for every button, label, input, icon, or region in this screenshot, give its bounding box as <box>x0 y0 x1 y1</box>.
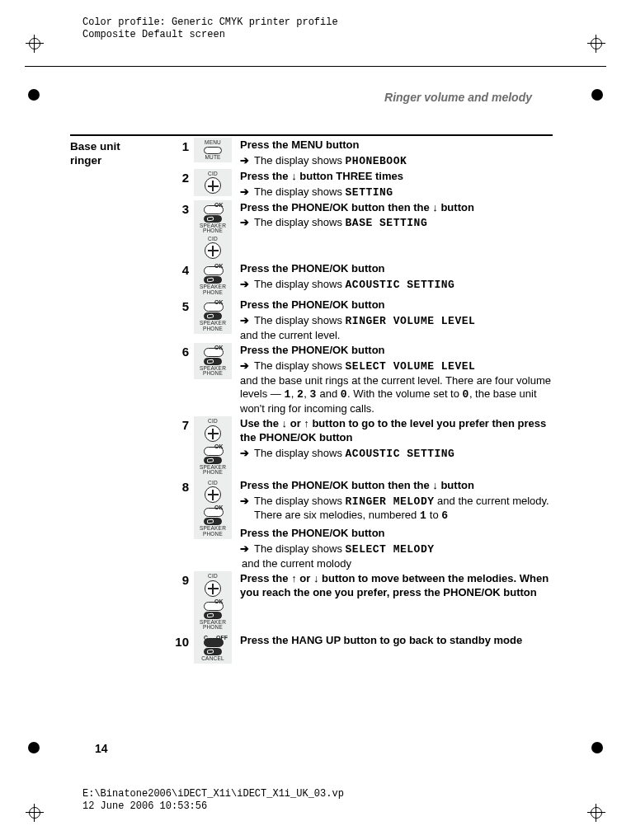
nav-plus-icon: CID <box>199 574 227 597</box>
step-result: ➔ The display shows RINGER MELODY and th… <box>240 495 553 524</box>
step-instruction: Press the PHONE/OK button <box>240 262 553 276</box>
step-icons: OK SPEAKER PHONE <box>194 298 232 334</box>
manual-content: Base unitringer 1 MENU MUTE Press the ME… <box>70 134 553 664</box>
arrow-icon: ➔ <box>240 447 249 462</box>
step-row: 2 CID Press the ↓ button THREE times ➔ T… <box>70 169 553 200</box>
step-number: 4 <box>161 261 194 277</box>
step-instruction: Press the PHONE/OK button then the ↓ but… <box>240 201 553 215</box>
arrow-icon: ➔ <box>240 542 249 557</box>
step-icons: CID OK SPEAKER PHONE <box>194 478 232 540</box>
step-result: ➔ The display shows ACOUSTIC SETTING <box>240 278 553 293</box>
phone-ok-button-icon: OK SPEAKER PHONE <box>199 345 227 377</box>
section-title <box>70 478 161 481</box>
step-result-suffix: and the current molody <box>240 557 553 571</box>
reg-mark-icon <box>26 804 44 822</box>
step-body: Press the PHONE/OK button ➔ The display … <box>232 298 553 343</box>
file-date-line: 12 June 2006 10:53:56 <box>82 800 344 813</box>
nav-plus-icon: CID <box>199 419 227 442</box>
step-number: 2 <box>161 169 194 185</box>
step-row: 5 OK SPEAKER PHONE Press the PHONE/OK bu… <box>70 298 553 343</box>
step-result: ➔ The display shows SELECT VOLUME LEVEL <box>240 359 553 374</box>
step-icons: OK SPEAKER PHONE CID <box>194 200 232 262</box>
step-instruction: Press the HANG UP button to go back to s… <box>240 634 553 648</box>
step-icons: OK SPEAKER PHONE <box>194 343 232 379</box>
arrow-icon: ➔ <box>240 154 249 169</box>
step-number: 6 <box>161 343 194 359</box>
step-instruction: Press the ↓ button THREE times <box>240 170 553 184</box>
step-instruction: Press the PHONE/OK button then the ↓ but… <box>240 479 553 493</box>
menu-button-icon: MENU MUTE <box>199 140 227 160</box>
step-icons: CID OK SPEAKER PHONE <box>194 571 232 633</box>
section-title <box>70 298 161 300</box>
step-body: Press the PHONE/OK button then the ↓ but… <box>232 478 553 571</box>
phone-ok-button-icon: OK SPEAKER PHONE <box>199 203 227 234</box>
step-body: Press the PHONE/OK button ➔ The display … <box>232 261 553 293</box>
step-instruction: Press the PHONE/OK button <box>240 298 553 312</box>
arrow-icon: ➔ <box>240 495 249 524</box>
section-title <box>70 416 161 419</box>
section-title <box>70 261 161 264</box>
reg-mark-icon <box>587 35 605 53</box>
prepress-profile: Color profile: Generic CMYK printer prof… <box>82 16 338 41</box>
section-title <box>70 343 161 345</box>
step-result: ➔ The display shows SELECT MELODY <box>240 542 553 557</box>
step-row: 8 CID OK SPEAKER PHONE Press the PHONE/O… <box>70 478 553 571</box>
step-result-suffix: and the current level. <box>240 329 553 343</box>
phone-ok-button-icon: OK SPEAKER PHONE <box>199 264 227 295</box>
step-row: 10 COFF CANCEL Press the HANG UP button … <box>70 633 553 664</box>
step-body: Press the PHONE/OK button ➔ The display … <box>232 343 553 416</box>
section-title: Base unitringer <box>70 138 161 168</box>
section-title <box>70 571 161 574</box>
phone-ok-button-icon: OK SPEAKER PHONE <box>199 599 227 631</box>
step-row: 4 OK SPEAKER PHONE Press the PHONE/OK bu… <box>70 261 553 298</box>
step-number: 3 <box>161 200 194 216</box>
step-icons: COFF CANCEL <box>194 633 232 664</box>
hangup-cancel-button-icon: COFF CANCEL <box>199 636 227 662</box>
arrow-icon: ➔ <box>240 359 249 374</box>
step-number: 7 <box>161 416 194 432</box>
phone-ok-button-icon: OK SPEAKER PHONE <box>199 505 227 537</box>
step-result: ➔ The display shows ACOUSTIC SETTING <box>240 447 553 462</box>
step-instruction: Press the PHONE/OK button <box>240 527 553 541</box>
step-number: 9 <box>161 571 194 587</box>
composite-line: Composite Default screen <box>82 29 338 41</box>
step-number: 8 <box>161 478 194 494</box>
reg-dot-icon <box>28 742 40 753</box>
step-icons: CID <box>194 169 232 197</box>
step-body: Press the HANG UP button to go back to s… <box>232 633 553 650</box>
nav-plus-icon: CID <box>199 237 227 260</box>
reg-dot-icon <box>591 89 603 101</box>
section-title <box>70 633 161 636</box>
reg-dot-icon <box>591 742 603 753</box>
step-result: ➔ The display shows BASE SETTING <box>240 216 553 231</box>
step-body: Press the ↑ or ↓ button to move between … <box>232 571 553 602</box>
arrow-icon: ➔ <box>240 314 249 329</box>
section-title <box>70 200 161 203</box>
step-instruction: Press the PHONE/OK button <box>240 344 553 358</box>
step-row: 9 CID OK SPEAKER PHONE Press the ↑ or ↓ … <box>70 571 553 633</box>
reg-dot-icon <box>28 89 40 101</box>
nav-plus-icon: CID <box>199 481 227 504</box>
step-instruction: Use the ↓ or ↑ button to go to the level… <box>240 417 553 445</box>
page-header: Ringer volume and melody <box>384 91 532 104</box>
page-number: 14 <box>95 742 108 755</box>
arrow-icon: ➔ <box>240 216 249 231</box>
step-row: 7 CID OK SPEAKER PHONE Use the ↓ or ↑ bu… <box>70 416 553 478</box>
prepress-footer: E:\Binatone2006\iDECT_X1i\iDECT_X1i_UK_0… <box>82 788 344 813</box>
section-rule <box>70 134 553 136</box>
step-result: ➔ The display shows RINGER VOLUME LEVEL <box>240 314 553 329</box>
step-row: 6 OK SPEAKER PHONE Press the PHONE/OK bu… <box>70 343 553 416</box>
step-row: 3 OK SPEAKER PHONE CID Press the PHONE/O… <box>70 200 553 262</box>
step-result: ➔ The display shows PHONEBOOK <box>240 154 553 169</box>
step-icons: CID OK SPEAKER PHONE <box>194 416 232 478</box>
step-body: Press the PHONE/OK button then the ↓ but… <box>232 200 553 232</box>
step-icons: MENU MUTE <box>194 138 232 162</box>
reg-mark-icon <box>26 35 44 53</box>
step-body: Use the ↓ or ↑ button to go to the level… <box>232 416 553 462</box>
arrow-icon: ➔ <box>240 278 249 293</box>
step-tail: and the base unit rings at the current l… <box>240 374 553 417</box>
step-instruction: Press the MENU button <box>240 138 553 153</box>
section-title <box>70 169 161 171</box>
step-icons: OK SPEAKER PHONE <box>194 261 232 298</box>
phone-ok-button-icon: OK SPEAKER PHONE <box>199 300 227 331</box>
